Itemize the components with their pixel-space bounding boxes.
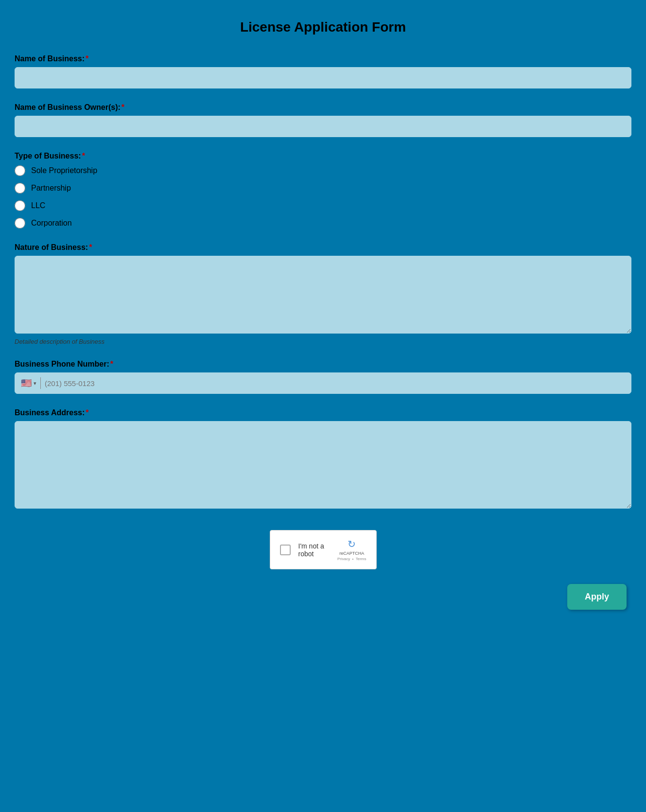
type-of-business-label: Type of Business:*	[15, 152, 631, 160]
nature-of-business-hint: Detailed description of Business	[15, 338, 631, 345]
required-star-4: *	[89, 243, 92, 251]
name-of-owner-input[interactable]	[15, 116, 631, 137]
phone-dropdown-arrow: ▾	[34, 380, 36, 387]
apply-button-container: Apply	[15, 584, 631, 610]
captcha-checkbox[interactable]	[280, 545, 291, 555]
radio-partnership[interactable]: Partnership	[15, 183, 631, 194]
required-star-3: *	[82, 152, 85, 160]
nature-of-business-section: Nature of Business:* Detailed descriptio…	[15, 243, 631, 345]
recaptcha-brand: reCAPTCHA	[339, 551, 364, 556]
phone-number-section: Business Phone Number:* 🇺🇸 ▾	[15, 360, 631, 394]
us-flag-icon: 🇺🇸	[21, 378, 32, 388]
radio-label-partnership: Partnership	[31, 184, 71, 193]
required-star: *	[86, 54, 88, 63]
captcha-container: I'm not a robot ↻ reCAPTCHA Privacy • Te…	[15, 530, 631, 569]
radio-input-sole-proprietorship[interactable]	[15, 165, 25, 176]
name-of-owner-label: Name of Business Owner(s):*	[15, 103, 631, 112]
radio-sole-proprietorship[interactable]: Sole Proprietorship	[15, 165, 631, 176]
business-address-label: Business Address:*	[15, 408, 631, 417]
radio-label-corporation: Corporation	[31, 219, 72, 228]
phone-number-input[interactable]	[45, 379, 625, 388]
recaptcha-links: Privacy • Terms	[337, 557, 367, 561]
phone-input-wrapper: 🇺🇸 ▾	[15, 372, 631, 394]
recaptcha-logo-icon: ↻	[348, 538, 356, 550]
radio-corporation[interactable]: Corporation	[15, 218, 631, 229]
phone-divider	[40, 377, 41, 389]
page-title: License Application Form	[15, 19, 631, 35]
required-star-6: *	[86, 408, 88, 417]
name-of-business-label: Name of Business:*	[15, 54, 631, 63]
radio-input-llc[interactable]	[15, 200, 25, 211]
business-type-radio-group: Sole Proprietorship Partnership LLC Corp…	[15, 165, 631, 229]
radio-label-sole-proprietorship: Sole Proprietorship	[31, 166, 97, 175]
phone-number-label: Business Phone Number:*	[15, 360, 631, 369]
radio-input-corporation[interactable]	[15, 218, 25, 229]
radio-llc[interactable]: LLC	[15, 200, 631, 211]
name-of-business-input[interactable]	[15, 67, 631, 88]
recaptcha-logo-area: ↻ reCAPTCHA Privacy • Terms	[337, 538, 367, 561]
required-star-2: *	[122, 103, 124, 111]
nature-of-business-textarea[interactable]	[15, 256, 631, 334]
business-address-textarea[interactable]	[15, 421, 631, 509]
captcha-box: I'm not a robot ↻ reCAPTCHA Privacy • Te…	[270, 530, 377, 569]
name-of-business-section: Name of Business:*	[15, 54, 631, 88]
required-star-5: *	[110, 360, 113, 368]
name-of-owner-section: Name of Business Owner(s):*	[15, 103, 631, 137]
type-of-business-section: Type of Business:* Sole Proprietorship P…	[15, 152, 631, 229]
apply-button[interactable]: Apply	[567, 584, 627, 610]
radio-input-partnership[interactable]	[15, 183, 25, 194]
phone-country-selector[interactable]: 🇺🇸 ▾	[21, 378, 36, 388]
business-address-section: Business Address:*	[15, 408, 631, 511]
nature-of-business-label: Nature of Business:*	[15, 243, 631, 252]
captcha-label: I'm not a robot	[298, 542, 330, 558]
radio-label-llc: LLC	[31, 201, 45, 210]
